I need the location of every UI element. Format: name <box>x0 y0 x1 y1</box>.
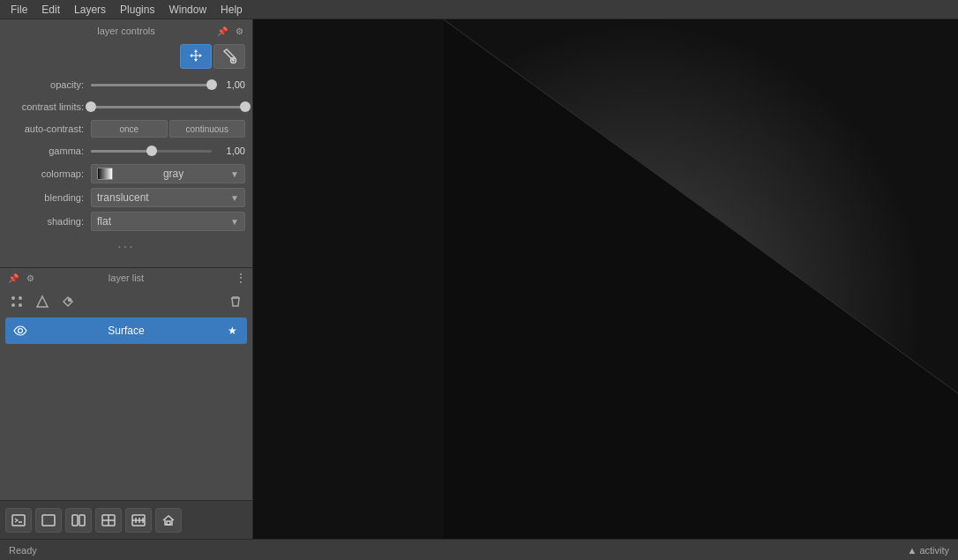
canvas-area[interactable] <box>253 19 958 539</box>
layer-star-button[interactable]: ★ <box>222 321 242 340</box>
svg-marker-5 <box>37 296 48 307</box>
auto-contrast-control: auto-contrast: once continuous <box>7 120 245 138</box>
colormap-dropdown-arrow: ▼ <box>230 169 239 179</box>
opacity-slider-container: 1,00 <box>91 79 245 90</box>
svg-rect-12 <box>79 515 85 526</box>
shading-value: flat <box>97 215 111 228</box>
main-content: 📌 ⚙ layer controls <box>0 19 958 539</box>
menu-edit[interactable]: Edit <box>34 2 67 18</box>
layer-controls-title: layer controls <box>97 26 154 36</box>
shading-control: shading: flat ▼ <box>7 212 245 231</box>
layer-controls-header: 📌 ⚙ layer controls <box>7 25 245 37</box>
shading-dropdown[interactable]: flat ▼ <box>91 212 245 231</box>
menubar: File Edit Layers Plugins Window Help <box>0 0 958 19</box>
layer-delete-button[interactable] <box>224 291 247 312</box>
gamma-slider[interactable] <box>91 150 212 153</box>
contrast-slider-container <box>91 106 245 108</box>
dots-separator: ··· <box>7 235 245 258</box>
blending-label: blending: <box>7 192 91 203</box>
move-tool-button[interactable] <box>180 44 212 69</box>
menu-help[interactable]: Help <box>213 2 250 18</box>
ndim-button[interactable] <box>125 508 152 533</box>
gamma-label: gamma: <box>7 146 91 156</box>
auto-contrast-label: auto-contrast: <box>7 123 91 134</box>
layer-list-title: layer list <box>109 273 144 283</box>
select-label-tool-button[interactable] <box>56 291 79 312</box>
svg-rect-21 <box>167 521 170 525</box>
menu-plugins[interactable]: Plugins <box>113 2 161 18</box>
split-view-button[interactable] <box>65 508 92 533</box>
opacity-value: 1,00 <box>217 79 245 90</box>
auto-contrast-continuous-button[interactable]: continuous <box>169 120 246 138</box>
console-button[interactable] <box>5 508 32 533</box>
layer-list-section: 📌 ⚙ layer list ⋮ <box>0 268 252 500</box>
left-panel: 📌 ⚙ layer controls <box>0 19 253 539</box>
activity-button[interactable]: ▲ activity <box>907 545 949 556</box>
svg-point-4 <box>19 303 22 307</box>
layer-list-header: 📌 ⚙ layer list ⋮ <box>0 268 252 287</box>
opacity-control: opacity: 1,00 <box>7 76 245 93</box>
tool-buttons <box>7 44 245 69</box>
svg-rect-10 <box>42 515 55 526</box>
grid-view-button[interactable] <box>95 508 122 533</box>
layer-list-tools <box>0 287 252 316</box>
blending-control: blending: translucent ▼ <box>7 188 245 207</box>
layer-list-settings-icon[interactable]: ⚙ <box>24 272 36 284</box>
contrast-slider[interactable] <box>91 106 245 108</box>
colormap-control: colormap: gray ▼ <box>7 164 245 183</box>
status-bar: Ready ▲ activity <box>0 539 958 560</box>
svg-point-6 <box>69 299 71 302</box>
layer-list-pin-icon[interactable]: 📌 <box>7 272 19 284</box>
opacity-slider[interactable] <box>91 84 212 86</box>
select-shapes-tool-button[interactable] <box>31 291 54 312</box>
svg-point-7 <box>19 329 23 333</box>
colormap-swatch <box>97 168 113 180</box>
colormap-label: colormap: <box>7 168 91 179</box>
blending-value: translucent <box>97 191 149 204</box>
transform-tool-button[interactable] <box>213 44 245 69</box>
layer-list-more-icon[interactable]: ⋮ <box>235 271 247 285</box>
menu-file[interactable]: File <box>4 2 34 18</box>
blending-dropdown-arrow: ▼ <box>230 193 239 203</box>
layer-list-header-icons: 📌 ⚙ <box>5 272 36 284</box>
gamma-value: 1,00 <box>217 146 245 156</box>
pin-icon[interactable]: 📌 <box>216 25 228 37</box>
contrast-label: contrast limits: <box>7 101 91 112</box>
main-canvas <box>253 19 958 539</box>
layer-row[interactable]: Surface ★ <box>5 317 247 344</box>
svg-rect-11 <box>72 515 78 526</box>
auto-contrast-once-button[interactable]: once <box>91 120 168 138</box>
shading-label: shading: <box>7 216 91 227</box>
menu-window[interactable]: Window <box>161 2 213 18</box>
blending-dropdown[interactable]: translucent ▼ <box>91 188 245 207</box>
settings-icon[interactable]: ⚙ <box>233 25 245 37</box>
menu-layers[interactable]: Layers <box>67 2 113 18</box>
colormap-dropdown[interactable]: gray ▼ <box>91 164 245 183</box>
shading-dropdown-arrow: ▼ <box>230 217 239 227</box>
contrast-control: contrast limits: <box>7 98 245 116</box>
layer-controls-icons: 📌 ⚙ <box>214 25 245 37</box>
status-ready-text: Ready <box>9 545 37 556</box>
opacity-label: opacity: <box>7 79 91 90</box>
gamma-control: gamma: 1,00 <box>7 142 245 160</box>
svg-point-1 <box>11 296 15 300</box>
bottom-toolbar <box>0 500 252 539</box>
svg-point-3 <box>11 303 15 307</box>
select-points-tool-button[interactable] <box>5 291 28 312</box>
colormap-value: gray <box>163 168 183 180</box>
svg-point-2 <box>19 296 22 300</box>
viewer-button[interactable] <box>35 508 62 533</box>
gamma-slider-container: 1,00 <box>91 146 245 156</box>
home-button[interactable] <box>155 508 182 533</box>
auto-contrast-buttons: once continuous <box>91 120 245 138</box>
layer-name: Surface <box>30 325 222 337</box>
layer-visibility-toggle[interactable] <box>11 321 30 340</box>
layer-controls-panel: 📌 ⚙ layer controls <box>0 19 252 268</box>
